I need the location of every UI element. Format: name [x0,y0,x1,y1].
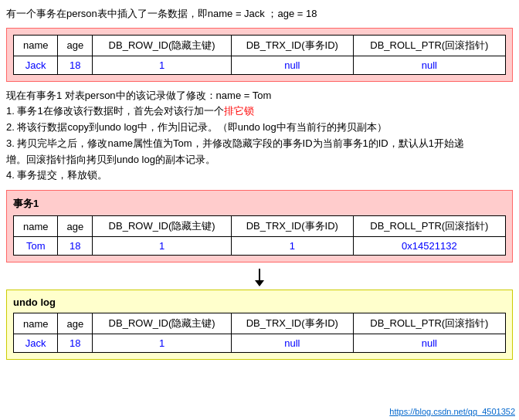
ul-col-rowid: DB_ROW_ID(隐藏主键) [93,313,232,334]
ul-cell-age: 18 [58,334,93,353]
table-row: Jack 18 1 null null [14,56,506,74]
ul-col-age: age [58,313,93,334]
table-row: Jack 18 1 null null [14,334,506,353]
arrow-head-down [255,280,264,286]
ul-cell-rowid: 1 [93,334,232,353]
desc-line-2: 2. 将该行数据copy到undo log中，作为旧记录。（即undo log中… [6,120,513,136]
tx-col-age: age [58,216,93,237]
initial-table-box: name age DB_ROW_ID(隐藏主键) DB_TRX_ID(事务ID)… [6,28,513,82]
col-header-rowid: DB_ROW_ID(隐藏主键) [93,35,232,56]
transaction-box: 事务1 name age DB_ROW_ID(隐藏主键) DB_TRX_ID(事… [6,190,513,262]
arrow-connector [6,269,513,286]
tx-cell-rollptr: 0x14521132 [353,237,505,256]
undo-log-table: name age DB_ROW_ID(隐藏主键) DB_TRX_ID(事务ID)… [13,313,506,353]
cell-rowid: 1 [93,56,232,74]
vertical-line-top [259,269,260,280]
tx-col-trxid: DB_TRX_ID(事务ID) [231,216,353,237]
watermark: https://blog.csdn.net/qq_4501352 [389,407,515,416]
ul-col-rollptr: DB_ROLL_PTR(回滚指针) [353,313,505,334]
intro-text: 有一个事务在person表中插入了一条数据，即name = Jack ；age … [6,6,513,22]
exclusive-lock-text: 排它锁 [224,105,254,117]
tx-cell-trxid: 1 [231,237,353,256]
undo-log-box: undo log name age DB_ROW_ID(隐藏主键) DB_TRX… [6,290,513,360]
ul-cell-name: Jack [14,334,58,353]
desc-intro: 现在有事务1 对表person中的该记录做了修改：name = Tom [6,88,513,104]
desc-line-4: 4. 事务提交，释放锁。 [6,168,513,184]
ul-cell-rollptr: null [353,334,505,353]
desc-line-3b: 增。回滚指针指向拷贝到undo log的副本记录。 [6,152,513,168]
ul-cell-trxid: null [231,334,353,353]
desc-line-1: 1. 事务1在修改该行数据时，首先会对该行加一个排它锁 [6,103,513,120]
col-header-trxid: DB_TRX_ID(事务ID) [231,35,353,56]
tx-cell-name: Tom [14,237,58,256]
tx-col-rowid: DB_ROW_ID(隐藏主键) [93,216,232,237]
tx-cell-age: 18 [58,237,93,256]
tx-col-name: name [14,216,58,237]
ul-col-name: name [14,313,58,334]
transaction-table: name age DB_ROW_ID(隐藏主键) DB_TRX_ID(事务ID)… [13,215,506,256]
desc-line-3: 3. 拷贝完毕之后，修改name属性值为Tom，并修改隐藏字段的事务ID为当前事… [6,136,513,152]
initial-table: name age DB_ROW_ID(隐藏主键) DB_TRX_ID(事务ID)… [13,35,506,75]
col-header-name: name [14,35,58,56]
ul-col-trxid: DB_TRX_ID(事务ID) [231,313,353,334]
col-header-age: age [58,35,93,56]
cell-name: Jack [14,56,58,74]
cell-trxid: null [231,56,353,74]
tx-cell-rowid: 1 [93,237,232,256]
undo-log-label: undo log [13,296,506,308]
cell-age: 18 [58,56,93,74]
transaction-label: 事务1 [13,197,506,211]
description-area: 现在有事务1 对表person中的该记录做了修改：name = Tom 1. 事… [6,88,513,185]
cell-rollptr: null [353,56,505,74]
col-header-rollptr: DB_ROLL_PTR(回滚指针) [353,35,505,56]
table-row: Tom 18 1 1 0x14521132 [14,237,506,256]
tx-col-rollptr: DB_ROLL_PTR(回滚指针) [353,216,505,237]
